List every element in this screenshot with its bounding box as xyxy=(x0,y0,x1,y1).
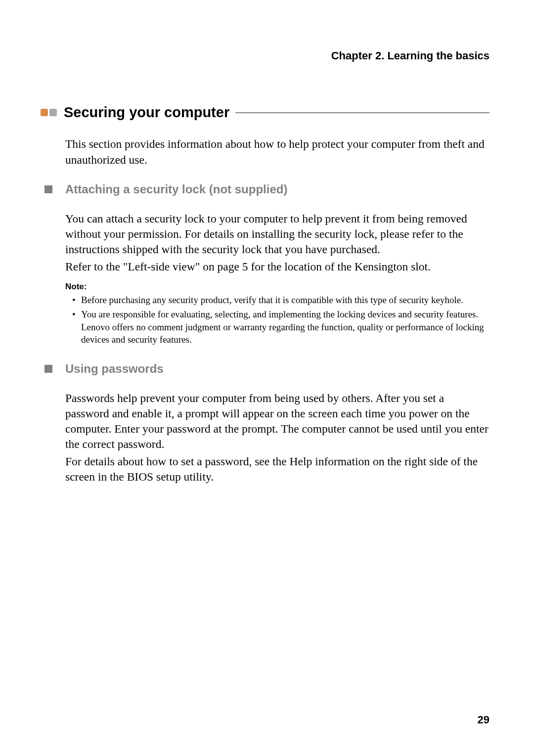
bullet-gray-icon xyxy=(49,109,57,116)
chapter-header: Chapter 2. Learning the basics xyxy=(44,49,490,62)
heading-rule-icon xyxy=(235,112,490,113)
page-container: Chapter 2. Learning the basics Securing … xyxy=(0,0,534,516)
note-section: Note: Before purchasing any security pro… xyxy=(65,282,490,347)
intro-paragraph: This section provides information about … xyxy=(65,136,490,168)
section1-para2: Refer to the "Left-side view" on page 5 … xyxy=(65,259,490,274)
note-list: Before purchasing any security product, … xyxy=(65,294,490,347)
section2-heading: Using passwords xyxy=(65,362,164,376)
section2-para2: For details about how to set a password,… xyxy=(65,454,490,485)
section1-heading: Attaching a security lock (not supplied) xyxy=(65,182,287,196)
section2-heading-row: Using passwords xyxy=(44,362,490,376)
note-label: Note: xyxy=(65,282,490,292)
main-heading-row: Securing your computer xyxy=(41,104,490,121)
square-bullet-icon xyxy=(44,185,52,193)
main-heading: Securing your computer xyxy=(64,104,229,121)
heading-bullet-icon xyxy=(41,109,57,116)
page-number: 29 xyxy=(478,713,490,726)
note-item: You are responsible for evaluating, sele… xyxy=(74,308,490,346)
note-item: Before purchasing any security product, … xyxy=(74,294,490,307)
section1-para1: You can attach a security lock to your c… xyxy=(65,211,490,257)
bullet-orange-icon xyxy=(41,109,48,116)
section2-para1: Passwords help prevent your computer fro… xyxy=(65,391,490,452)
section2: Using passwords Passwords help prevent y… xyxy=(44,362,490,485)
section1-heading-row: Attaching a security lock (not supplied) xyxy=(44,182,490,196)
square-bullet-icon xyxy=(44,365,52,373)
